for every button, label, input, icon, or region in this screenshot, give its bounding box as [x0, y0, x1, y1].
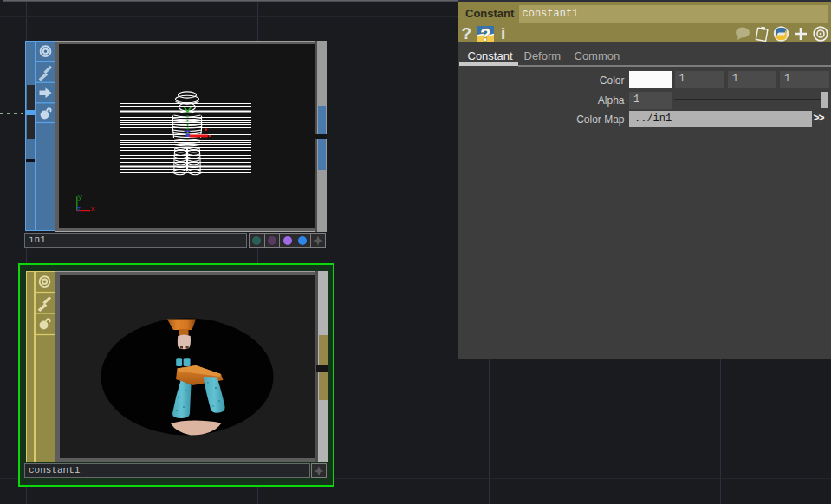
svg-text:z: z [76, 205, 81, 214]
svg-text:?: ? [480, 26, 490, 42]
svg-text:x: x [91, 205, 95, 214]
svg-text:y: y [78, 193, 83, 202]
